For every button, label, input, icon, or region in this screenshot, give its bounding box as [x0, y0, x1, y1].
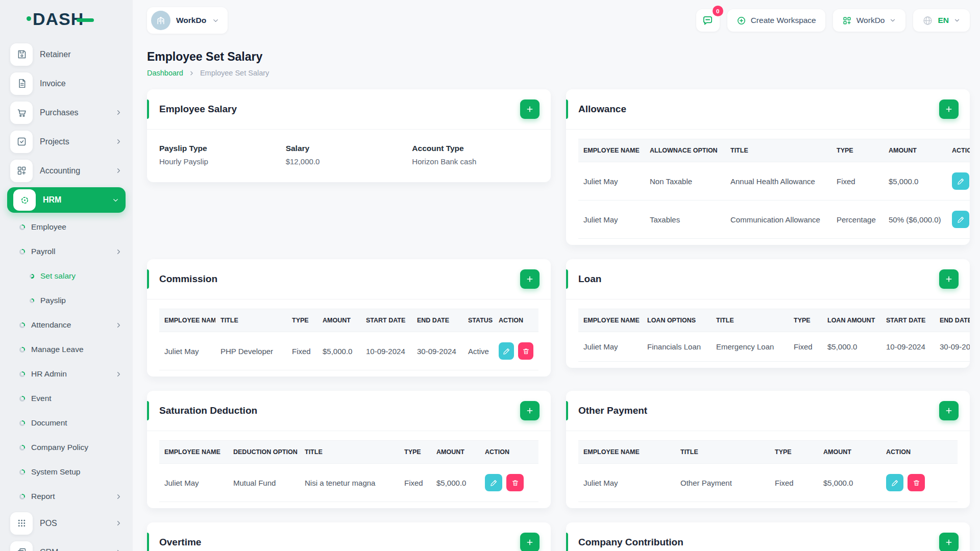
loan-table: EMPLOYEE NAME LOAN OPTIONS TITLE TYPE LO… [578, 309, 970, 362]
trash-icon [522, 347, 530, 355]
company-contribution-card: Company Contribution [566, 522, 970, 551]
trash-icon [511, 479, 519, 487]
add-company-contribution-button[interactable] [939, 533, 959, 551]
add-other-payment-button[interactable] [939, 401, 959, 420]
sidebar-item-employee[interactable]: Employee [0, 215, 133, 239]
create-workspace-button[interactable]: Create Workspace [727, 9, 825, 32]
workspace-selector[interactable]: WorkDo [147, 7, 228, 34]
sidebar-item-purchases[interactable]: Purchases [0, 98, 133, 127]
card-title: Company Contribution [578, 537, 683, 548]
sidebar-item-invoice[interactable]: Invoice [0, 69, 133, 98]
bullet-icon [19, 420, 25, 426]
sidebar-item-set-salary[interactable]: Set salary [0, 264, 133, 288]
pencil-icon [503, 347, 510, 355]
messages-badge: 0 [713, 6, 723, 16]
delete-button[interactable] [506, 474, 524, 491]
allowance-table-scroll[interactable]: EMPLOYEE NAME ALLOWNACE OPTION TITLE TYP… [578, 139, 970, 239]
sidebar-item-accounting[interactable]: Accounting [0, 156, 133, 185]
sidebar-item-system-setup[interactable]: System Setup [0, 460, 133, 484]
cards-grid: Employee Salary Payslip Type Hourly Pays… [147, 89, 970, 551]
plus-icon [526, 105, 534, 113]
sidebar-item-crm[interactable]: CRM [0, 538, 133, 551]
chevron-right-icon [115, 519, 122, 527]
field-payslip-type: Payslip Type Hourly Payslip [159, 144, 286, 166]
card-title: Loan [578, 273, 601, 285]
accounting-icon [10, 160, 33, 182]
chevron-right-icon [115, 493, 122, 500]
add-overtime-button[interactable] [520, 533, 540, 551]
language-selector[interactable]: EN [913, 9, 970, 32]
globe-icon [922, 15, 933, 26]
breadcrumb-current: Employee Set Salary [200, 69, 269, 77]
chevron-right-icon [115, 321, 122, 329]
breadcrumb-dashboard-link[interactable]: Dashboard [147, 69, 183, 77]
table-row: Juliet May PHP Developer Fixed $5,000.0 … [159, 332, 538, 370]
table-row: Juliet May Taxables Communication Allowa… [578, 201, 970, 239]
sidebar-item-pos[interactable]: POS [0, 509, 133, 538]
chat-icon [702, 15, 714, 27]
edit-button[interactable] [499, 342, 514, 360]
purchases-icon [10, 102, 33, 124]
loan-card: Loan EMPLOYEE NAME LOAN OPTIONS TITLE TY… [566, 259, 970, 368]
logo-text: DASH [33, 9, 84, 29]
other-payment-card: Other Payment EMPLOYEE NAME TITLE TYPE A… [566, 391, 970, 508]
field-account-type: Account Type Horizon Bank cash [412, 144, 538, 166]
edit-button[interactable] [952, 172, 969, 190]
other-payment-table-wrap: EMPLOYEE NAME TITLE TYPE AMOUNT ACTION J… [578, 440, 958, 502]
workspace-name: WorkDo [176, 16, 206, 25]
plus-icon [945, 275, 953, 283]
add-allowance-button[interactable] [939, 99, 959, 119]
card-title: Commission [159, 273, 217, 285]
sidebar-item-hr-admin[interactable]: HR Admin [0, 362, 133, 386]
chevron-down-icon [212, 17, 219, 24]
bullet-icon [30, 298, 34, 303]
sidebar: DASH Retainer Invoice Purchases [0, 0, 133, 551]
add-loan-button[interactable] [939, 269, 959, 289]
loan-table-scroll[interactable]: EMPLOYEE NAME LOAN OPTIONS TITLE TYPE LO… [578, 309, 970, 362]
chevron-down-icon [953, 17, 961, 24]
brand-logo[interactable]: DASH [0, 0, 133, 38]
edit-button[interactable] [485, 474, 502, 491]
table-row: Juliet May Mutual Fund Nisi a tenetur ma… [159, 464, 538, 502]
bullet-icon [19, 371, 25, 377]
commission-table-wrap: EMPLOYEE NAME TITLE TYPE AMOUNT START DA… [159, 309, 538, 370]
sidebar-item-company-policy[interactable]: Company Policy [0, 435, 133, 460]
bullet-icon [19, 494, 25, 499]
chevron-right-icon [188, 70, 195, 77]
other-payment-table: EMPLOYEE NAME TITLE TYPE AMOUNT ACTION J… [578, 440, 958, 502]
add-saturation-deduction-button[interactable] [520, 401, 540, 420]
sidebar-item-retainer[interactable]: Retainer [0, 40, 133, 69]
workspace-avatar [151, 11, 170, 30]
sidebar-item-document[interactable]: Document [0, 411, 133, 435]
chevron-right-icon [115, 138, 122, 145]
edit-button[interactable] [952, 211, 969, 228]
breadcrumb: Dashboard Employee Set Salary [147, 69, 970, 77]
sidebar-item-payroll[interactable]: Payroll [0, 239, 133, 264]
add-commission-button[interactable] [520, 269, 540, 289]
sidebar-item-manage-leave[interactable]: Manage Leave [0, 337, 133, 362]
sidebar-item-payslip[interactable]: Payslip [0, 288, 133, 313]
chevron-right-icon [115, 109, 122, 116]
projects-icon [10, 131, 33, 153]
saturation-deduction-card: Saturation Deduction EMPLOYEE NAME DEDUC… [147, 391, 551, 508]
saturation-deduction-table: EMPLOYEE NAME DEDUCTION OPTION TITLE TYP… [159, 440, 538, 502]
messages-button[interactable]: 0 [696, 9, 720, 32]
table-row: Juliet May Other Payment Fixed $5,000.0 [578, 464, 958, 502]
plus-icon [945, 538, 953, 546]
delete-button[interactable] [908, 474, 925, 491]
commission-table: EMPLOYEE NAME TITLE TYPE AMOUNT START DA… [159, 309, 538, 370]
sidebar-item-hrm[interactable]: HRM [7, 187, 126, 213]
hrm-icon [13, 189, 36, 211]
delete-button[interactable] [518, 342, 533, 360]
sidebar-item-event[interactable]: Event [0, 386, 133, 411]
workspace-switcher-button[interactable]: WorkDo [833, 9, 906, 32]
bullet-icon [19, 322, 25, 328]
edit-button[interactable] [886, 474, 903, 491]
sidebar-item-projects[interactable]: Projects [0, 127, 133, 156]
plus-icon [526, 275, 534, 283]
sidebar-item-report[interactable]: Report [0, 484, 133, 509]
sidebar-item-attendance[interactable]: Attendance [0, 313, 133, 337]
card-title: Allowance [578, 104, 626, 115]
add-employee-salary-button[interactable] [520, 99, 540, 119]
pencil-icon [891, 479, 899, 487]
